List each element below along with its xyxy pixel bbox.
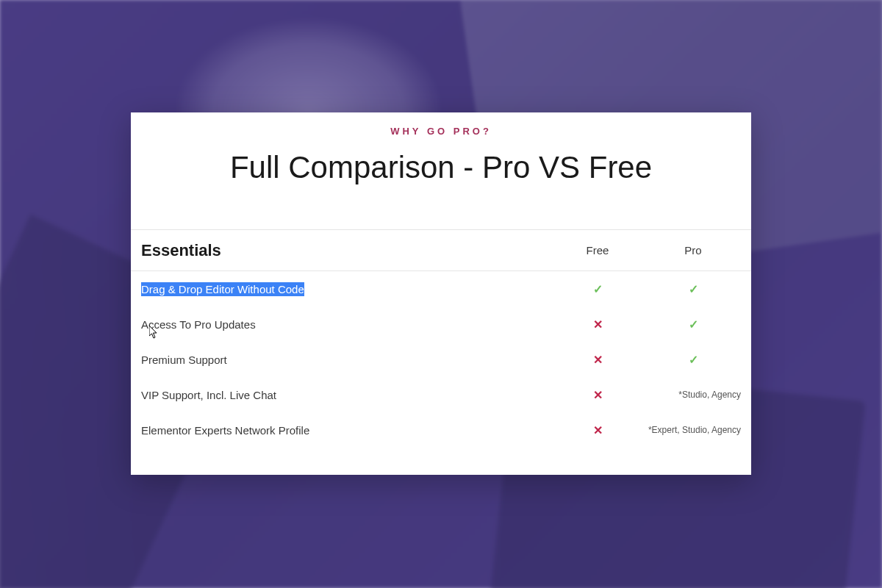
column-pro: Pro xyxy=(645,244,741,257)
cell-pro-note: *Studio, Agency xyxy=(645,390,741,400)
feature-label: Premium Support xyxy=(141,354,550,366)
comparison-card: WHY GO PRO? Full Comparison - Pro VS Fre… xyxy=(131,112,751,475)
feature-label: Elementor Experts Network Profile xyxy=(141,424,550,437)
check-icon: ✓ xyxy=(689,283,698,295)
cell-pro: ✓ xyxy=(645,353,741,367)
column-free: Free xyxy=(550,244,645,257)
table-header: Essentials Free Pro xyxy=(131,230,751,271)
feature-label: Access To Pro Updates xyxy=(141,318,550,331)
cell-free: ✕ xyxy=(550,388,645,402)
cell-free: ✕ xyxy=(550,318,645,331)
check-icon: ✓ xyxy=(689,354,698,366)
table-row: Elementor Experts Network Profile✕*Exper… xyxy=(131,412,751,448)
eyebrow-text: WHY GO PRO? xyxy=(131,126,751,137)
feature-label: VIP Support, Incl. Live Chat xyxy=(141,389,550,401)
comparison-table: Essentials Free Pro Drag & Drop Editor W… xyxy=(131,229,751,448)
cell-pro: ✓ xyxy=(645,318,741,331)
section-label: Essentials xyxy=(141,241,550,260)
table-row: VIP Support, Incl. Live Chat✕*Studio, Ag… xyxy=(131,377,751,412)
cell-pro: ✓ xyxy=(645,282,741,296)
check-icon: ✓ xyxy=(593,283,603,295)
cross-icon: ✕ xyxy=(593,354,603,366)
cell-free: ✕ xyxy=(550,423,645,437)
cross-icon: ✕ xyxy=(593,318,603,331)
cell-pro-note: *Expert, Studio, Agency xyxy=(645,425,741,435)
cross-icon: ✕ xyxy=(593,424,603,437)
cell-free: ✕ xyxy=(550,353,645,367)
table-row: Access To Pro Updates✕✓ xyxy=(131,306,751,342)
cross-icon: ✕ xyxy=(593,389,603,401)
feature-label: Drag & Drop Editor Without Code xyxy=(141,283,550,295)
table-row: Drag & Drop Editor Without Code✓✓ xyxy=(131,271,751,306)
cell-free: ✓ xyxy=(550,282,645,296)
page-title: Full Comparison - Pro VS Free xyxy=(131,150,751,185)
table-row: Premium Support✕✓ xyxy=(131,342,751,377)
highlighted-text: Drag & Drop Editor Without Code xyxy=(141,282,304,296)
check-icon: ✓ xyxy=(689,318,698,331)
